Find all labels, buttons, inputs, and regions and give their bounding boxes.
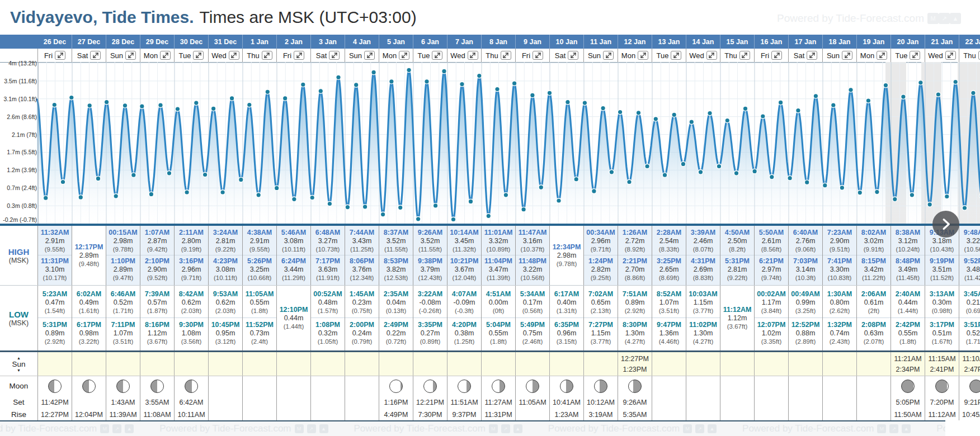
expand-day-icon: [809, 52, 816, 59]
expand-day-button[interactable]: [638, 51, 648, 60]
tide-height-ft: (3.84ft): [755, 307, 788, 315]
moon-cell: [550, 376, 584, 396]
expand-day-button[interactable]: [533, 51, 543, 60]
expand-day-button[interactable]: [229, 51, 239, 60]
expand-day-button[interactable]: [262, 51, 272, 60]
high-tide-cell: 2:28AM2.54m(8.33ft)3:25PM2.65m(8.69ft): [652, 226, 686, 285]
moon-cell: [891, 376, 925, 396]
weekday-label: Sun: [349, 51, 362, 60]
expand-day-button[interactable]: [910, 51, 920, 60]
watermark-text: Powered by Tide-Forecast.com: [159, 423, 291, 434]
high-tide-cell: 9:26AM3.52m(11.55ft)9:38PM3.79m(12.43ft): [413, 226, 447, 285]
tide-height-m: 0.40m: [550, 298, 583, 307]
expand-day-button[interactable]: [945, 51, 956, 60]
expand-day-button[interactable]: [193, 51, 204, 60]
low-tide-entry: 6:35PM0.96m(3.15ft): [550, 317, 583, 348]
high-tide-entry: 11:32AM2.91m(9.55ft): [38, 227, 72, 255]
high-tide-time: 7:17PM: [311, 257, 345, 266]
expand-day-button[interactable]: [364, 51, 375, 60]
high-tide-time: 5:46AM: [277, 229, 310, 237]
weekday-label: Tue: [418, 51, 430, 60]
high-tide-time: 11:04PM: [482, 257, 515, 266]
weekday-cell: Sat: [550, 49, 584, 62]
expand-day-button[interactable]: [877, 51, 887, 60]
high-tide-time: 1:26AM: [618, 229, 652, 237]
expand-day-button[interactable]: [771, 51, 782, 60]
sun-cell: [345, 352, 379, 376]
expand-day-button[interactable]: [706, 51, 717, 60]
tide-height-ft: (2.4ft): [243, 338, 276, 345]
moonset-cell: [720, 396, 755, 409]
date-cell: 3 Jan: [311, 35, 345, 49]
tide-height-m: 3.52m: [413, 237, 447, 245]
low-tide-entry: 5:31PM0.89m(2.92ft): [38, 317, 72, 348]
next-week-button[interactable]: [932, 211, 959, 238]
tide-height-ft: (9.51ft): [823, 245, 856, 253]
expand-day-button[interactable]: [329, 51, 340, 60]
moonrise-cell: [209, 409, 243, 420]
tide-height-m: 0.62m: [175, 298, 208, 307]
tide-height-ft: (9.47ft): [106, 274, 140, 282]
low-tide-cell: 1:30AM0.80m(2.62ft)1:32PM0.74m(2.43ft): [823, 286, 857, 350]
tide-height-m: 0.38m: [447, 329, 481, 338]
expand-day-button[interactable]: [294, 51, 304, 60]
moonset-cell: 11:05AM: [516, 396, 550, 409]
moon-cell: [345, 376, 379, 396]
expand-day-button[interactable]: [739, 51, 750, 60]
set-row-label: Set: [0, 396, 38, 409]
tide-height-ft: (2.92ft): [618, 307, 652, 315]
expand-day-icon: [640, 52, 647, 59]
expand-day-button[interactable]: [125, 51, 136, 60]
tide-height-ft: (2.07ft): [857, 338, 891, 345]
moonset-cell: [345, 396, 379, 409]
high-tide-time: 6:40AM: [789, 229, 822, 237]
high-tide-entry: 00:34AM2.96m(9.71ft): [584, 227, 618, 255]
expand-day-button[interactable]: [671, 51, 681, 60]
high-tide-entry: 5:31PM2.81m(9.22ft): [720, 255, 754, 283]
tide-height-ft: (9.91ft): [857, 245, 891, 253]
low-tide-entry: 10:45PM0.95m(3.12ft): [209, 317, 242, 348]
weekday-label: Thu: [724, 51, 737, 60]
moon-cell: [755, 376, 789, 396]
high-tide-entry: 3:16PM2.96m(9.71ft): [175, 255, 208, 283]
high-tide-entry: 6:21PM2.97m(9.74ft): [755, 255, 788, 283]
moon-cell: [959, 376, 980, 396]
weekday-label: Wed: [211, 51, 227, 60]
expand-day-button[interactable]: [432, 51, 442, 60]
tide-height-ft: (9.55ft): [243, 245, 276, 253]
moon-cell: [652, 376, 686, 396]
tide-height-m: 0.55m: [243, 298, 276, 307]
high-tide-cell: 1:07AM2.87m(9.42ft)2:10PM2.90m(9.52ft): [140, 226, 175, 285]
tide-height-m: 0.47m: [38, 298, 72, 307]
expand-day-button[interactable]: [807, 51, 817, 60]
expand-day-button[interactable]: [399, 51, 409, 60]
sun-cell: [413, 352, 447, 376]
weekday-cell: Sat: [789, 49, 823, 62]
y-axis-tick-label: 3.1m (10.1ft): [3, 95, 37, 103]
expand-day-button[interactable]: [468, 51, 478, 60]
expand-day-button[interactable]: [160, 51, 171, 60]
expand-day-button[interactable]: [501, 51, 511, 60]
moon-cell: [686, 376, 720, 396]
expand-day-button[interactable]: [55, 51, 65, 60]
expand-day-button[interactable]: [568, 51, 578, 60]
high-tide-time: 3:24AM: [209, 229, 242, 237]
expand-day-button[interactable]: [90, 51, 101, 60]
moon-phase-icon: [389, 380, 403, 393]
expand-day-button[interactable]: [842, 51, 852, 60]
high-label: HIGH: [8, 247, 30, 257]
y-axis-tick-label: 2.6m (8.6ft): [7, 113, 37, 121]
low-tide-entry: 4:20PM0.38m(1.25ft): [447, 317, 481, 348]
high-tide-cell: 4:50AM2.50m(8.2ft)5:31PM2.81m(9.22ft): [720, 226, 755, 285]
expand-day-button[interactable]: [603, 51, 614, 60]
high-tide-time: 8:06PM: [345, 257, 379, 266]
low-tide-entry: 3:13AM0.30m(0.98ft): [925, 287, 959, 317]
high-tide-entry: 6:40AM2.76m(9.06ft): [789, 227, 822, 255]
footer-watermark-strip: Powered by Tide-Forecast.comM↗▲Powered b…: [0, 420, 945, 436]
weekday-cell: Thu: [720, 49, 755, 62]
date-cell: 9 Jan: [516, 35, 550, 49]
moonrise-cell: 3:19AM: [584, 409, 618, 420]
moonrise-cell: [243, 409, 277, 420]
tide-height-ft: (11.55ft): [413, 245, 447, 253]
moonrise-cell: [345, 409, 379, 420]
